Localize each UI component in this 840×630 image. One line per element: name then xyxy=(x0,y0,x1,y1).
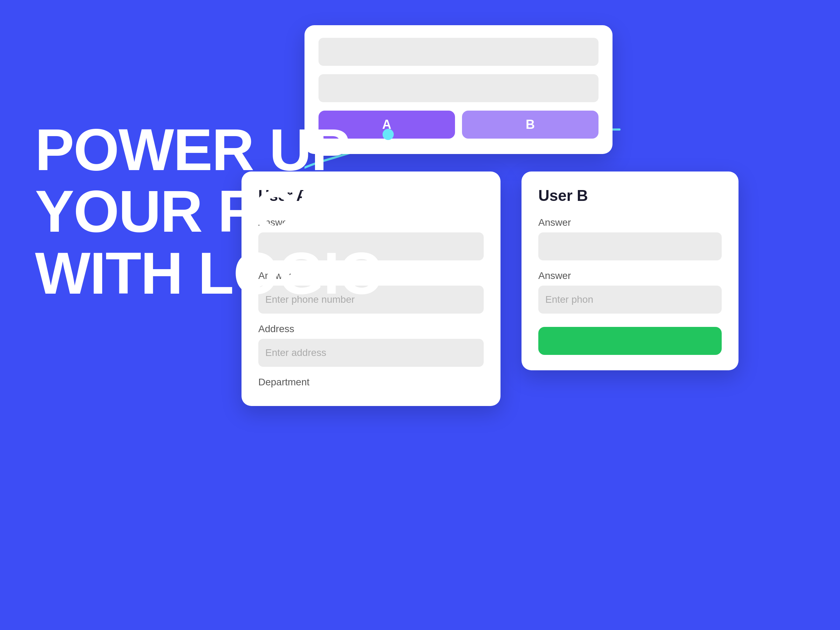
hero-line-1: POWER UP xyxy=(35,117,350,183)
hero-line-3: WITH LOGIC xyxy=(35,240,381,306)
user-a-department-label: Department xyxy=(258,377,484,388)
user-b-field1-input[interactable] xyxy=(538,232,722,261)
user-b-submit-button[interactable] xyxy=(538,327,722,355)
option-b-button[interactable]: B xyxy=(462,111,598,139)
question-field-1 xyxy=(319,38,598,66)
hero-line-2: YOUR FORM xyxy=(35,178,388,244)
user-b-card: User B Answer Answer xyxy=(521,172,739,370)
question-field-2 xyxy=(319,74,598,102)
user-b-field1-label: Answer xyxy=(538,217,722,228)
user-b-phone-input[interactable] xyxy=(538,286,722,314)
hero-title: POWER UP YOUR FORM WITH LOGIC xyxy=(35,119,388,304)
user-a-address-label: Address xyxy=(258,324,484,335)
hero-section: POWER UP YOUR FORM WITH LOGIC xyxy=(35,119,388,304)
user-b-title: User B xyxy=(538,187,722,204)
user-a-address-input[interactable] xyxy=(258,339,484,367)
user-b-field2-label: Answer xyxy=(538,270,722,281)
